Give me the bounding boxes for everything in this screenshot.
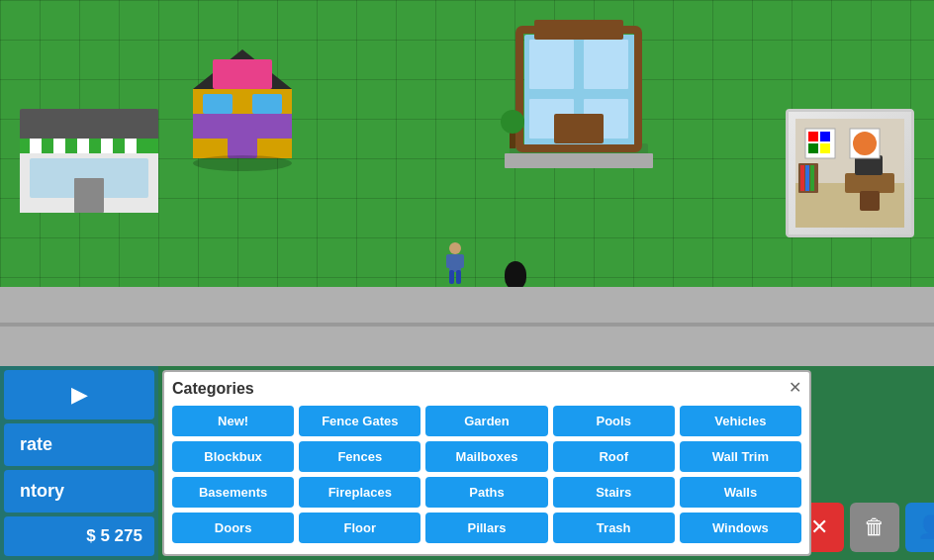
person-icon: 👤 — [917, 514, 935, 540]
currency-display: $ 5 275 — [4, 516, 154, 556]
svg-rect-44 — [820, 132, 830, 141]
category-windows[interactable]: Windows — [680, 513, 801, 543]
svg-rect-4 — [203, 94, 233, 114]
building-office — [505, 15, 653, 177]
trash-bag-object — [505, 261, 526, 289]
delete-icon: ✕ — [810, 514, 828, 540]
inventory-button[interactable]: ntory — [4, 470, 154, 513]
svg-rect-43 — [808, 132, 818, 141]
category-garden[interactable]: Garden — [425, 406, 547, 436]
action-buttons-panel: ✕ 🗑 👤 — [815, 366, 934, 560]
svg-rect-29 — [74, 178, 104, 213]
category-floor[interactable]: Floor — [299, 513, 420, 543]
svg-rect-5 — [252, 94, 282, 114]
svg-rect-16 — [554, 114, 604, 143]
category-vehicles[interactable]: Vehicles — [680, 406, 801, 436]
category-new[interactable]: New! — [172, 406, 294, 436]
category-fireplaces[interactable]: Fireplaces — [299, 477, 420, 508]
building-shop — [20, 109, 158, 222]
bottom-panel: ▶ rate ntory $ 5 275 Categories ✕ New! F… — [0, 366, 934, 560]
category-roof[interactable]: Roof — [553, 441, 675, 472]
svg-point-30 — [449, 242, 461, 254]
trash-icon: 🗑 — [864, 514, 886, 540]
svg-rect-50 — [800, 165, 804, 191]
inventory-label: ntory — [20, 481, 64, 502]
svg-point-7 — [193, 155, 292, 171]
svg-rect-35 — [456, 270, 461, 284]
category-fences[interactable]: Fences — [299, 441, 420, 472]
panel-close-button[interactable]: ✕ — [789, 378, 801, 397]
category-mailboxes[interactable]: Mailboxes — [425, 441, 547, 472]
svg-rect-39 — [845, 173, 894, 193]
category-blockbux[interactable]: Blockbux — [172, 441, 294, 472]
svg-rect-48 — [853, 132, 877, 155]
categories-grid: New! Fence Gates Garden Pools Vehicles B… — [172, 406, 801, 543]
svg-rect-52 — [810, 165, 814, 191]
category-basements[interactable]: Basements — [172, 477, 294, 508]
category-trash[interactable]: Trash — [553, 513, 675, 543]
svg-rect-33 — [459, 254, 464, 268]
room-preview-thumbnail — [786, 109, 914, 237]
category-stairs[interactable]: Stairs — [553, 477, 675, 508]
rate-label: rate — [20, 434, 52, 455]
svg-rect-51 — [805, 165, 809, 191]
svg-point-19 — [501, 110, 524, 134]
svg-rect-17 — [505, 153, 653, 168]
category-fence-gates[interactable]: Fence Gates — [299, 406, 420, 436]
road-line — [0, 323, 934, 327]
category-walls[interactable]: Walls — [680, 477, 801, 508]
category-pillars[interactable]: Pillars — [425, 513, 547, 543]
category-doors[interactable]: Doors — [172, 513, 294, 543]
left-sidebar: ▶ rate ntory $ 5 275 — [0, 366, 158, 560]
svg-rect-45 — [808, 143, 818, 153]
svg-rect-12 — [529, 40, 574, 89]
rate-button[interactable]: rate — [4, 423, 154, 466]
svg-rect-6 — [228, 129, 257, 158]
svg-rect-1 — [213, 59, 272, 89]
money-value: $ 5 275 — [86, 526, 142, 546]
category-wall-trim[interactable]: Wall Trim — [680, 441, 801, 472]
building-colorful — [183, 40, 302, 172]
categories-panel: Categories ✕ New! Fence Gates Garden Poo… — [162, 370, 811, 556]
trash-button[interactable]: 🗑 — [850, 503, 899, 552]
svg-rect-34 — [449, 270, 454, 284]
svg-rect-13 — [584, 40, 628, 89]
category-paths[interactable]: Paths — [425, 477, 547, 508]
player-character — [445, 242, 465, 282]
category-pools[interactable]: Pools — [553, 406, 675, 436]
cursor-area: ▶ — [4, 370, 154, 420]
svg-rect-11 — [534, 20, 623, 40]
person-button[interactable]: 👤 — [905, 503, 934, 552]
action-row: ✕ 🗑 👤 — [794, 503, 934, 552]
ground-strip — [0, 287, 934, 366]
svg-rect-32 — [446, 254, 451, 268]
cursor-icon: ▶ — [71, 382, 88, 408]
svg-rect-40 — [860, 191, 880, 211]
game-world — [0, 0, 934, 366]
svg-rect-46 — [820, 143, 830, 153]
panel-title: Categories — [172, 380, 801, 398]
